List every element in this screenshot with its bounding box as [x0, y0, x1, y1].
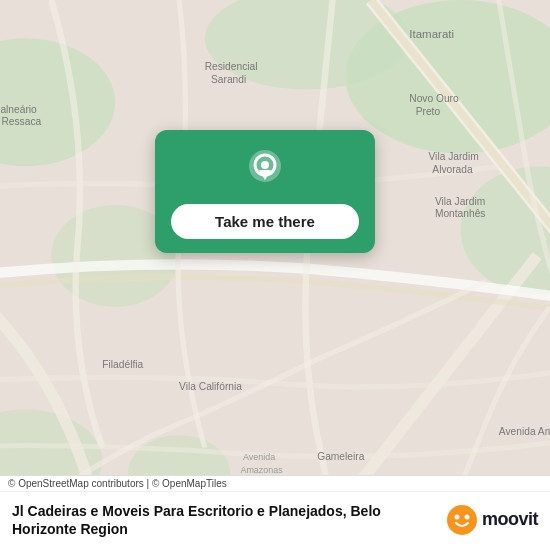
bottom-bar: © OpenStreetMap contributors | © OpenMap…: [0, 475, 550, 550]
map-background: Itamarati Residencial Sarandi Balneário …: [0, 0, 550, 550]
attribution-bar: © OpenStreetMap contributors | © OpenMap…: [0, 475, 550, 491]
svg-point-44: [454, 514, 459, 519]
svg-text:Gameleira: Gameleira: [317, 451, 364, 462]
svg-text:Sarandi: Sarandi: [211, 74, 246, 85]
svg-text:Balneário: Balneário: [0, 104, 37, 115]
svg-point-43: [447, 505, 477, 535]
svg-text:Filadélfia: Filadélfia: [102, 359, 143, 370]
moovit-icon-svg: [446, 504, 478, 536]
svg-text:da Ressaca: da Ressaca: [0, 116, 41, 127]
svg-text:Preto: Preto: [416, 106, 441, 117]
svg-text:Vila Jardim: Vila Jardim: [428, 151, 478, 162]
svg-text:Avenida Am...: Avenida Am...: [499, 426, 550, 437]
svg-text:Novo Ouro: Novo Ouro: [409, 93, 459, 104]
svg-text:Itamarati: Itamarati: [409, 28, 454, 40]
svg-text:Residencial: Residencial: [205, 61, 258, 72]
moovit-text: moovit: [482, 509, 538, 530]
svg-text:Vila Califórnia: Vila Califórnia: [179, 381, 242, 392]
take-me-there-button[interactable]: Take me there: [171, 204, 359, 239]
place-name: Jl Cadeiras e Moveis Para Escritorio e P…: [12, 502, 446, 538]
map-container: Itamarati Residencial Sarandi Balneário …: [0, 0, 550, 550]
place-info-bar: Jl Cadeiras e Moveis Para Escritorio e P…: [0, 491, 550, 550]
svg-text:Montanhês: Montanhês: [435, 208, 486, 219]
svg-point-41: [261, 161, 269, 169]
svg-text:Vila Jardim: Vila Jardim: [435, 196, 485, 207]
attribution-text: © OpenStreetMap contributors | © OpenMap…: [8, 478, 227, 489]
location-pin-icon: [243, 148, 287, 192]
svg-text:Alvorada: Alvorada: [432, 164, 473, 175]
svg-text:Avenida: Avenida: [243, 452, 275, 462]
take-me-there-card: Take me there: [155, 130, 375, 253]
moovit-logo: moovit: [446, 504, 538, 536]
svg-point-45: [464, 514, 469, 519]
